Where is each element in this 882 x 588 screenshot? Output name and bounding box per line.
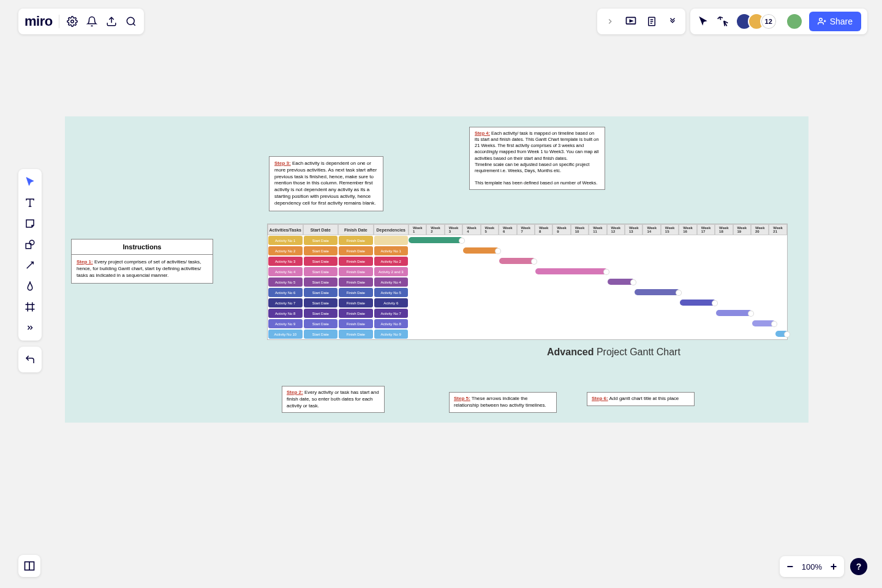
cell-pill: Finish Date xyxy=(339,309,373,318)
gantt-bar[interactable] xyxy=(775,331,788,337)
zoom-in-button[interactable]: + xyxy=(828,560,839,573)
gantt-bar[interactable] xyxy=(608,279,635,285)
week-header: Week16 xyxy=(679,224,696,235)
table-row[interactable]: Activity No 8Start DateFinish DateActivi… xyxy=(268,308,409,318)
divider xyxy=(59,15,59,28)
cell-pill: Finish Date xyxy=(339,267,373,276)
search-icon[interactable] xyxy=(124,15,138,28)
cell-pill: Finish Date xyxy=(339,257,373,266)
undo-block xyxy=(18,347,42,372)
cell-pill: Activity No 6 xyxy=(268,288,303,297)
export-icon[interactable] xyxy=(105,15,118,28)
gantt-bar[interactable] xyxy=(635,289,680,295)
shape-tool-icon[interactable] xyxy=(21,235,39,254)
share-label: Share xyxy=(830,17,853,26)
help-button[interactable]: ? xyxy=(850,558,867,575)
week-header: Week2 xyxy=(426,224,444,235)
instructions-title: Instructions xyxy=(72,239,213,255)
zoom-value[interactable]: 100% xyxy=(802,562,822,571)
collab-group: 12 Share xyxy=(690,9,867,34)
table-row[interactable]: Activity No 7Start DateFinish DateActivi… xyxy=(268,298,409,308)
step5-box[interactable]: Step 5: These arrows indicate the relati… xyxy=(449,392,557,413)
cell-pill: Start Date xyxy=(304,236,338,245)
step6-box[interactable]: Step 6: Add gantt chart title at this pl… xyxy=(587,392,695,406)
gantt-sheet[interactable]: Activities/TasksStart DateFinish DateDep… xyxy=(267,224,788,340)
step3-box[interactable]: Step 3: Each activity is dependent on on… xyxy=(269,156,383,211)
cell-pill: Activity No 8 xyxy=(374,319,409,328)
avatars[interactable]: 12 xyxy=(736,13,777,30)
week-header: Week9 xyxy=(552,224,570,235)
gantt-bar[interactable] xyxy=(499,258,535,264)
frame-tool-icon[interactable] xyxy=(21,298,39,316)
week-header: Week13 xyxy=(625,224,643,235)
table-row[interactable]: Activity No 1Start DateFinish Date xyxy=(268,235,409,246)
presentation-group xyxy=(597,9,685,34)
top-right-toolbar: 12 Share xyxy=(597,9,867,34)
select-tool-icon[interactable] xyxy=(21,173,39,191)
chevron-right-icon[interactable] xyxy=(603,15,617,28)
settings-icon[interactable] xyxy=(66,15,79,28)
text-tool-icon[interactable] xyxy=(21,194,39,212)
gantt-bar[interactable] xyxy=(409,237,463,243)
cell-pill: Activity No 4 xyxy=(374,277,409,287)
sticky-tool-icon[interactable] xyxy=(21,214,39,233)
cell-pill: Activity No 3 xyxy=(268,257,303,266)
table-row[interactable]: Activity No 6Start DateFinish DateActivi… xyxy=(268,287,409,298)
logo[interactable]: miro xyxy=(24,13,53,29)
cell-pill: Activity No 5 xyxy=(374,288,409,297)
table-row[interactable]: Activity No 5Start DateFinish DateActivi… xyxy=(268,277,409,287)
cell-pill: Activity No 7 xyxy=(374,309,409,318)
cell-pill: Activity No 1 xyxy=(268,236,303,245)
svg-line-17 xyxy=(27,262,34,269)
table-row[interactable]: Activity No 10Start DateFinish DateActiv… xyxy=(268,329,409,339)
gantt-bar[interactable] xyxy=(680,300,716,306)
zoom-out-button[interactable]: − xyxy=(785,560,796,573)
pen-tool-icon[interactable] xyxy=(21,277,39,295)
frames-panel-icon[interactable] xyxy=(18,555,40,577)
cell-pill: Activity No 7 xyxy=(268,298,303,307)
gantt-bar[interactable] xyxy=(752,320,775,326)
table-row[interactable]: Activity No 2Start DateFinish DateActivi… xyxy=(268,246,409,256)
step4-box[interactable]: Step 4: Each activity/ task is mapped on… xyxy=(469,127,605,190)
week-header: Week14 xyxy=(643,224,660,235)
bell-icon[interactable] xyxy=(85,15,99,28)
week-header: Week4 xyxy=(462,224,480,235)
svg-point-2 xyxy=(127,17,134,24)
svg-line-3 xyxy=(133,23,135,25)
week-header: Week12 xyxy=(607,224,625,235)
notes-icon[interactable] xyxy=(645,15,658,28)
undo-icon[interactable] xyxy=(21,350,39,369)
more-icon[interactable] xyxy=(666,15,679,28)
avatar-self[interactable] xyxy=(786,13,803,30)
gantt-title[interactable]: Advanced Project Gantt Chart xyxy=(547,347,680,358)
week-header: Week10 xyxy=(571,224,589,235)
week-header: Week18 xyxy=(715,224,733,235)
week-header: Week17 xyxy=(697,224,715,235)
cell-pill: Start Date xyxy=(304,257,338,266)
line-tool-icon[interactable] xyxy=(21,256,39,274)
table-row[interactable]: Activity No 9Start DateFinish DateActivi… xyxy=(268,318,409,329)
more-tools-icon[interactable] xyxy=(21,318,39,337)
cell-pill: Finish Date xyxy=(339,288,373,297)
gantt-bar[interactable] xyxy=(463,247,499,254)
avatar-count[interactable]: 12 xyxy=(760,13,777,30)
reactions-icon[interactable] xyxy=(716,15,729,28)
share-button[interactable]: Share xyxy=(809,12,861,31)
gantt-bar[interactable] xyxy=(716,310,752,316)
cursor-icon[interactable] xyxy=(696,15,710,28)
instructions-box[interactable]: Instructions Step 1: Every project compr… xyxy=(71,239,213,284)
cell-pill: Start Date xyxy=(304,330,338,339)
gantt-bar[interactable] xyxy=(535,268,608,274)
canvas[interactable]: Instructions Step 1: Every project compr… xyxy=(65,116,809,423)
table-row[interactable]: Activity No 3Start DateFinish DateActivi… xyxy=(268,256,409,266)
cell-pill: Finish Date xyxy=(339,298,373,307)
cell-pill: Start Date xyxy=(304,277,338,287)
svg-marker-5 xyxy=(630,20,632,22)
week-header: Week20 xyxy=(751,224,769,235)
step2-box[interactable]: Step 2: Every activity or task has start… xyxy=(282,386,385,413)
cell-pill: Activity No 9 xyxy=(374,330,409,339)
table-row[interactable]: Activity No 4Start DateFinish DateActivi… xyxy=(268,266,409,277)
cell-pill: Start Date xyxy=(304,309,338,318)
present-icon[interactable] xyxy=(624,15,638,28)
cell-pill: Finish Date xyxy=(339,246,373,255)
